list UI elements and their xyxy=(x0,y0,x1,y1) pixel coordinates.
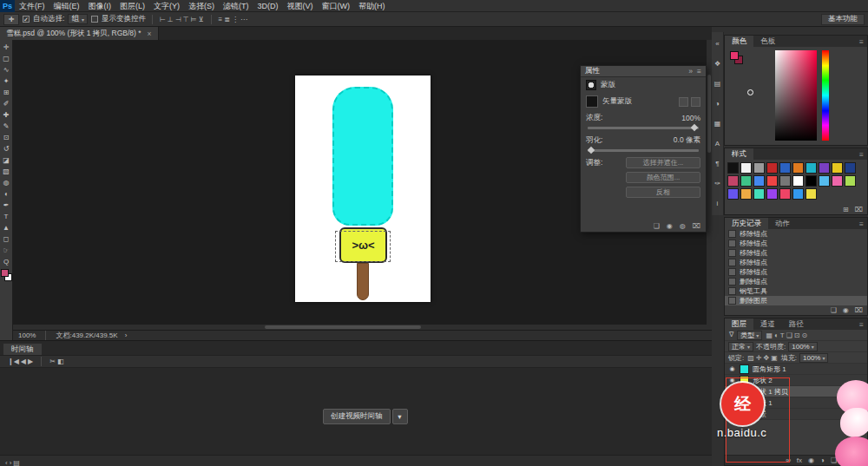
paragraph-panel-icon[interactable]: ¶ xyxy=(712,160,724,167)
menu-item-5[interactable]: 选择(S) xyxy=(184,2,219,10)
disable-mask-icon[interactable]: ◍ xyxy=(679,223,687,230)
add-vector-mask-button[interactable] xyxy=(691,97,700,107)
color-picker-pointer[interactable] xyxy=(747,89,753,95)
menu-item-7[interactable]: 3D(D) xyxy=(253,2,283,10)
layer-visibility-icon[interactable]: ◉ xyxy=(728,365,736,372)
clone-stamp-tool[interactable]: ⊡ xyxy=(1,132,12,142)
gradient-tool[interactable]: ▧ xyxy=(1,166,12,176)
add-pixel-mask-button[interactable] xyxy=(679,97,688,107)
type-tool[interactable]: T xyxy=(1,211,12,221)
tab-styles[interactable]: 样式 xyxy=(725,148,753,160)
filter-pixel-layers-icon[interactable]: ▦ xyxy=(765,331,773,339)
collapse-panel-icon[interactable]: » xyxy=(688,67,693,75)
zoom-tool[interactable]: Q xyxy=(1,256,12,266)
menu-item-8[interactable]: 视图(V) xyxy=(283,2,318,10)
history-state[interactable]: 移除锚点 xyxy=(725,248,867,258)
history-brush-tool[interactable]: ↺ xyxy=(1,143,12,154)
healing-brush-tool[interactable]: ✚ xyxy=(1,109,12,120)
artboard[interactable]: >ω< xyxy=(295,75,431,302)
play-icon[interactable]: ▶ xyxy=(27,358,34,365)
select-and-mask-button[interactable]: 选择并遮住... xyxy=(626,157,700,168)
layer-visibility-icon[interactable]: ◉ xyxy=(728,377,736,384)
filter-smart-objects-icon[interactable]: ⊡ xyxy=(793,331,801,339)
auto-select-dropdown[interactable]: 组 ▾ xyxy=(68,14,88,24)
filter-adjustment-layers-icon[interactable]: ◐ xyxy=(773,331,779,339)
style-swatch-24[interactable] xyxy=(779,188,791,200)
tab-actions[interactable]: 动作 xyxy=(768,218,797,229)
add-layer-mask-icon[interactable]: ◉ xyxy=(807,457,815,464)
menu-item-0[interactable]: 文件(F) xyxy=(15,2,49,10)
saturation-brightness-picker[interactable] xyxy=(775,50,817,141)
path-selection-tool[interactable]: ▲ xyxy=(1,222,12,233)
apply-mask-icon[interactable]: ◉ xyxy=(666,223,674,230)
color-panel-icon[interactable]: ❖ xyxy=(712,60,724,68)
align-center-h-icon[interactable]: ⊥ xyxy=(167,16,174,23)
shape-tool[interactable]: ◻ xyxy=(1,233,12,244)
workspace-switcher-button[interactable]: 基本功能 xyxy=(821,14,865,25)
link-layers-icon[interactable]: ∞ xyxy=(785,457,792,464)
panel-menu-icon[interactable]: ≡ xyxy=(856,150,867,159)
zoom-level[interactable]: 100% xyxy=(18,331,36,339)
mask-edge-icon[interactable]: ❏ xyxy=(653,223,661,230)
vector-mask-thumbnail[interactable] xyxy=(586,95,598,108)
eraser-tool[interactable]: ◪ xyxy=(1,154,12,165)
swatches-panel-icon[interactable]: ▤ xyxy=(712,80,724,88)
filter-shape-layers-icon[interactable]: ❏ xyxy=(786,331,793,339)
style-swatch-6[interactable] xyxy=(806,162,817,174)
lasso-tool[interactable]: ∿ xyxy=(1,64,12,75)
foreground-color-swatch[interactable] xyxy=(1,269,9,277)
style-swatch-15[interactable] xyxy=(792,175,804,187)
pen-tool[interactable]: ✒ xyxy=(1,200,12,210)
tab-history[interactable]: 历史记录 xyxy=(725,218,768,229)
distribute-centers-icon[interactable]: ⋮ xyxy=(231,16,240,23)
show-transform-checkbox[interactable] xyxy=(91,16,98,23)
style-swatch-22[interactable] xyxy=(753,188,765,200)
menu-item-10[interactable]: 帮助(H) xyxy=(354,2,390,10)
invert-button[interactable]: 反相 xyxy=(626,187,700,198)
menu-item-2[interactable]: 图像(I) xyxy=(84,2,116,10)
menu-item-9[interactable]: 窗口(W) xyxy=(318,2,355,10)
delete-mask-icon[interactable]: ⌧ xyxy=(692,223,701,230)
feather-slider[interactable] xyxy=(588,149,699,152)
eyedropper-tool[interactable]: ✐ xyxy=(1,98,12,108)
previous-frame-icon[interactable]: ◀ xyxy=(20,358,27,365)
style-swatch-23[interactable] xyxy=(766,188,778,200)
tab-paths[interactable]: 路径 xyxy=(782,318,811,330)
adjustments-panel-icon[interactable]: ◑ xyxy=(712,100,724,108)
style-swatch-3[interactable] xyxy=(766,162,778,174)
current-tool-chip[interactable]: ✛ xyxy=(3,14,19,25)
status-arrow-icon[interactable]: › xyxy=(125,331,128,339)
style-swatch-11[interactable] xyxy=(740,175,752,187)
style-swatch-13[interactable] xyxy=(766,175,778,187)
history-state[interactable]: 删除图层 xyxy=(725,296,867,305)
layer-filter-kind-dropdown[interactable]: 类型 ▾ xyxy=(737,331,762,340)
filter-toggle-icon[interactable]: ⊙ xyxy=(801,331,809,339)
hand-tool[interactable]: ☞ xyxy=(1,245,12,255)
lock-transparency-icon[interactable]: ▨ xyxy=(746,354,755,362)
timeline-mode-dropdown[interactable]: ▾ xyxy=(392,409,408,424)
new-style-icon[interactable]: ⊞ xyxy=(842,207,850,213)
style-swatch-2[interactable] xyxy=(753,162,765,174)
align-right-icon[interactable]: ⊣ xyxy=(174,16,182,23)
foreground-color-indicator[interactable] xyxy=(730,51,739,60)
style-swatch-12[interactable] xyxy=(753,175,765,187)
tab-swatches[interactable]: 色板 xyxy=(753,36,782,47)
layer-style-icon[interactable]: fx xyxy=(796,457,803,464)
brush-settings-panel-icon[interactable]: ✑ xyxy=(712,180,724,187)
lock-position-icon[interactable]: ✥ xyxy=(763,354,771,362)
style-swatch-19[interactable] xyxy=(845,175,856,187)
history-state[interactable]: 移除锚点 xyxy=(725,258,867,267)
blur-tool[interactable]: ◍ xyxy=(1,177,12,187)
align-bottom-icon[interactable]: ⊻ xyxy=(198,16,205,23)
delete-style-icon[interactable]: ⌧ xyxy=(854,207,864,213)
libraries-panel-icon[interactable]: ▦ xyxy=(712,120,724,128)
style-swatch-1[interactable] xyxy=(740,162,752,174)
history-state[interactable]: 删除锚点 xyxy=(725,277,867,286)
menu-item-1[interactable]: 编辑(E) xyxy=(49,2,84,10)
hue-slider[interactable] xyxy=(822,50,829,141)
create-video-timeline-button[interactable]: 创建视频时间轴 xyxy=(323,409,391,424)
auto-select-checkbox[interactable]: ✓ xyxy=(23,16,30,23)
style-swatch-9[interactable] xyxy=(845,162,856,174)
style-swatch-21[interactable] xyxy=(740,188,752,200)
close-tab-icon[interactable]: × xyxy=(148,30,152,38)
